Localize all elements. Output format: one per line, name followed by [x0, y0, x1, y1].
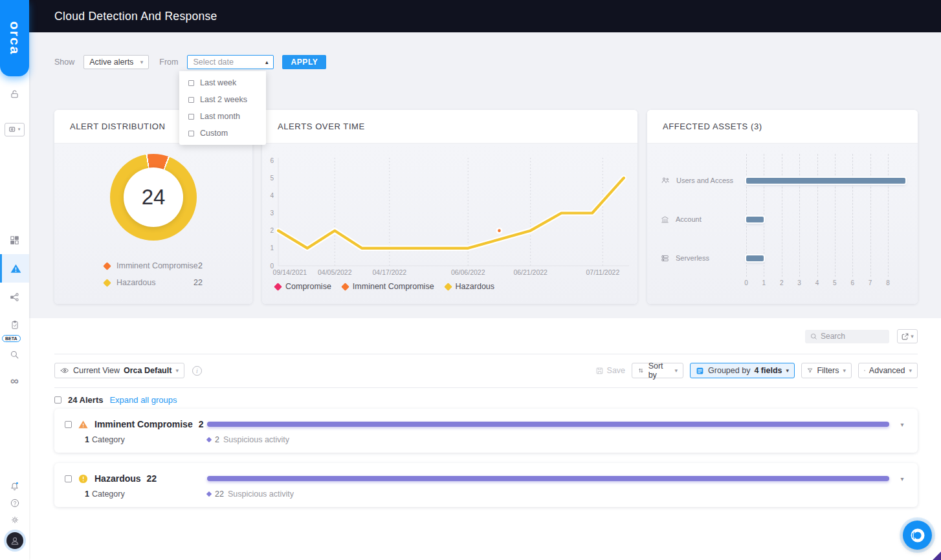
nodes-icon: [9, 292, 20, 303]
sidebar-item-reports[interactable]: [0, 312, 29, 338]
checkbox-icon: [188, 80, 194, 86]
card-title: ALERTS OVER TIME: [262, 110, 637, 144]
sidebar-item-search-beta[interactable]: BETA: [0, 335, 29, 365]
donut-total: 24: [124, 167, 183, 227]
x-axis-tick: 1: [757, 279, 770, 286]
sidebar-item-infinity[interactable]: ∞: [0, 368, 29, 394]
legend-item: Hazardous: [445, 282, 494, 291]
group-subcategory: 2 Suspicious activity: [207, 435, 289, 444]
date-option[interactable]: Last 2 weeks: [179, 91, 266, 108]
group-categories: 1Category: [65, 490, 207, 499]
clipboard-icon: [10, 319, 20, 330]
asset-category: Serverless: [647, 252, 709, 264]
chevron-down-icon: ▾: [786, 367, 789, 374]
save-icon: [595, 367, 604, 375]
group-checkbox[interactable]: [65, 421, 72, 428]
current-view-button[interactable]: Current View Orca Default ▾: [54, 363, 184, 378]
checkbox-icon: [188, 97, 194, 103]
svg-text:04/05/2022: 04/05/2022: [318, 268, 352, 276]
show-label: Show: [54, 58, 74, 67]
top-bar: Cloud Detection And Response: [29, 0, 941, 32]
date-option[interactable]: Last week: [179, 74, 266, 91]
donut-legend: Imminent Compromise 2 Hazardous 22: [104, 257, 203, 291]
lock-open-icon: [9, 89, 20, 100]
sort-arrows-icon: [637, 367, 645, 374]
gear-icon: [10, 515, 20, 525]
info-icon[interactable]: i: [192, 366, 202, 376]
show-select[interactable]: Active alerts ▾: [83, 55, 149, 69]
divider: [54, 354, 918, 354]
legend-item: Imminent Compromise: [342, 282, 434, 291]
group-expand-caret[interactable]: ▾: [897, 421, 907, 428]
search-box: [805, 330, 889, 343]
sidebar-item-unlock[interactable]: [0, 81, 29, 107]
sidebar-item-graph[interactable]: [0, 284, 29, 310]
line-chart-legend: Compromise Imminent Compromise Hazardous: [275, 282, 494, 291]
select-all-checkbox[interactable]: [54, 396, 61, 404]
chevron-down-icon: ▾: [909, 367, 912, 374]
alert-group-row[interactable]: Imminent Compromise 2 ▾ 1Category 2 Susp…: [54, 409, 918, 453]
sidebar-item-profile[interactable]: [0, 528, 29, 554]
alert-group-row[interactable]: Hazardous 22 ▾ 1Category 22 Suspicious a…: [54, 463, 918, 507]
infinity-icon: ∞: [10, 374, 19, 388]
group-title: Imminent Compromise: [94, 419, 193, 429]
asset-bar: [746, 217, 764, 222]
apply-button[interactable]: APPLY: [282, 55, 326, 69]
legend-item: Compromise: [275, 282, 331, 291]
sidebar-item-alerts[interactable]: [0, 254, 29, 283]
checkbox-icon: [188, 114, 194, 120]
date-select[interactable]: Select date ▴: [187, 55, 274, 69]
legend-marker: [444, 283, 452, 291]
asset-bar: [746, 255, 764, 261]
date-option[interactable]: Custom: [179, 125, 266, 142]
affected-assets-card: AFFECTED ASSETS (3) 012345678 Users and …: [647, 110, 918, 304]
group-categories: 1Category: [65, 435, 207, 444]
svg-text:4: 4: [270, 192, 274, 199]
date-option[interactable]: Last month: [179, 108, 266, 125]
advanced-select[interactable]: Advanced ▾: [858, 363, 918, 378]
sidebar-item-dashboard[interactable]: [0, 227, 29, 253]
sidebar-item-scope-selector[interactable]: ▾: [0, 116, 29, 142]
dashboard-area: Show Active alerts ▾ From Select date ▴ …: [29, 32, 941, 318]
avatar: [6, 532, 23, 549]
sort-by-select[interactable]: Sort by ▾: [632, 363, 683, 378]
serverless-icon: [660, 253, 670, 263]
asset-bar: [746, 178, 905, 184]
left-sidebar: orca ▾ BETA: [0, 0, 29, 560]
chevron-up-icon: ▴: [265, 59, 269, 65]
save-button[interactable]: Save: [595, 366, 626, 375]
alerts-over-time-card: ALERTS OVER TIME 012345609/14/202104/05/…: [262, 110, 637, 304]
chevron-down-icon: ▾: [911, 333, 914, 339]
legend-marker: [274, 283, 282, 291]
alerts-count: 24 Alerts: [68, 395, 103, 405]
affected-assets-chart: 012345678 Users and Access Account Serve…: [647, 144, 918, 304]
current-view-value: Orca Default: [124, 366, 172, 375]
chevron-down-icon: ▾: [675, 367, 678, 374]
orca-chat-icon: [909, 527, 926, 544]
asset-category: Users and Access: [647, 174, 733, 187]
grouped-by-select[interactable]: Grouped by 4 fields ▾: [690, 363, 795, 378]
checkbox-icon: [188, 131, 194, 136]
svg-text:06/06/2022: 06/06/2022: [451, 268, 485, 276]
filters-select[interactable]: Filters ▾: [801, 363, 852, 378]
chevron-down-icon: ▾: [140, 59, 144, 65]
subcategory-marker: [206, 437, 212, 442]
export-button[interactable]: ▾: [897, 329, 918, 343]
eye-icon: [60, 366, 69, 375]
subcategory-marker: [206, 491, 212, 497]
expand-all-groups-link[interactable]: Expand all groups: [109, 395, 177, 405]
from-label: From: [159, 58, 178, 67]
orca-logo[interactable]: orca: [0, 0, 29, 76]
x-axis-tick: 2: [775, 279, 788, 286]
x-axis-tick: 7: [864, 279, 877, 286]
group-expand-caret[interactable]: ▾: [897, 475, 907, 482]
card-title: AFFECTED ASSETS (3): [647, 110, 918, 144]
svg-text:6: 6: [270, 157, 274, 164]
warning-triangle-icon: [78, 419, 89, 430]
chat-widget-button[interactable]: [903, 521, 932, 550]
group-checkbox[interactable]: [65, 475, 72, 482]
group-icon: [696, 367, 704, 375]
orca-logo-text: orca: [7, 21, 23, 55]
legend-marker: [341, 283, 349, 291]
x-axis-tick: 0: [740, 279, 753, 286]
